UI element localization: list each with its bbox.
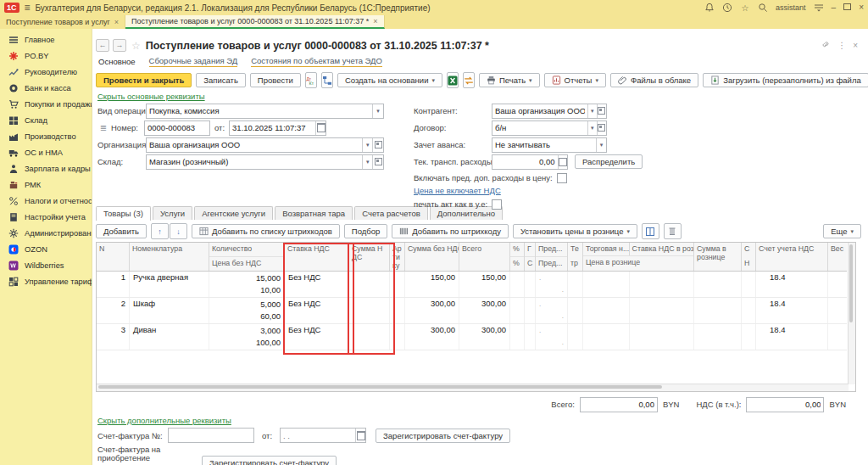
sidebar-item[interactable]: PO.BY <box>0 48 92 64</box>
cell-vat-sum[interactable] <box>349 324 390 350</box>
cell-vat-rate[interactable]: Без НДС <box>285 324 349 350</box>
cell-g[interactable] <box>525 272 536 297</box>
contract-field[interactable]: ▾ <box>492 120 607 136</box>
sidebar-item[interactable]: Руководителю <box>0 64 92 80</box>
advance-offset-field[interactable]: ▾ <box>492 137 607 153</box>
cell-weight[interactable] <box>828 324 847 350</box>
load-from-file-button[interactable]: Загрузить (перезаполнить) из файла <box>703 73 868 87</box>
cell-g[interactable] <box>525 324 536 350</box>
sidebar-item[interactable]: Налоги и отчетность <box>0 193 92 209</box>
number-settings-icon[interactable]: ≣ <box>97 122 109 134</box>
dropdown-arrow-icon[interactable]: ▾ <box>596 138 606 152</box>
cloud-files-button[interactable]: Файлы в облаке <box>610 73 698 87</box>
cell-vat-account[interactable]: 18.4 <box>756 324 828 350</box>
cell-g[interactable] <box>525 298 536 323</box>
calendar-icon[interactable] <box>355 429 365 442</box>
back-button[interactable]: ← <box>96 39 109 52</box>
cell-pct[interactable] <box>510 324 525 350</box>
minimize-button[interactable]: – <box>832 3 837 12</box>
form-nav-link[interactable]: Сборочные задания ЭД <box>149 56 238 67</box>
sidebar-item[interactable]: Зарплата и кадры <box>0 160 92 176</box>
sidebar-item[interactable]: РМК <box>0 176 92 193</box>
distribute-button[interactable]: Распределить <box>575 154 643 169</box>
sidebar-item[interactable]: Управление тарифом <box>0 273 92 289</box>
cell-vat-account[interactable]: 18.4 <box>756 298 828 323</box>
operation-type-field[interactable]: ▾ <box>146 104 384 119</box>
cell-tetr[interactable] <box>568 298 583 323</box>
tab-close-icon[interactable]: × <box>373 17 377 25</box>
cell-pred[interactable]: . . <box>536 298 568 323</box>
cell-quantity-price[interactable]: 15,000 10,00 <box>209 272 285 297</box>
include-expenses-checkbox[interactable] <box>557 173 567 183</box>
number-field[interactable] <box>144 120 210 136</box>
move-down-icon[interactable]: ↓ <box>170 223 187 239</box>
add-by-barcode-button[interactable]: Добавить по штрихкоду <box>392 224 509 238</box>
transport-costs-field[interactable] <box>492 154 568 170</box>
hide-main-requisites-link[interactable]: Скрыть основные реквизиты <box>97 92 205 101</box>
document-structure-icon[interactable] <box>321 72 333 88</box>
posting-results-icon[interactable]: ДтКт <box>305 72 317 88</box>
restore-button[interactable] <box>843 3 851 12</box>
invoice-date-field[interactable] <box>280 428 366 443</box>
cell-total[interactable]: 150,00 <box>459 272 510 297</box>
add-by-barcode-list-button[interactable]: Добавить по списку штрихкодов <box>192 224 340 238</box>
cell-vat-rate[interactable]: Без НДС <box>285 298 349 323</box>
cell-total[interactable]: 300,00 <box>459 298 510 323</box>
cell-articul[interactable] <box>390 272 405 297</box>
current-user-name[interactable]: assistant <box>776 3 806 12</box>
post-button[interactable]: Провести <box>250 73 301 87</box>
open-item-icon[interactable] <box>597 121 606 135</box>
move-up-icon[interactable]: ↑ <box>151 223 169 239</box>
cell-tetr[interactable] <box>568 272 583 297</box>
cell-weight[interactable] <box>828 272 847 297</box>
cell-trade-markup[interactable] <box>583 324 630 350</box>
vertical-scrollbar[interactable] <box>848 243 855 384</box>
more-menu-icon[interactable]: ⋮ <box>837 41 846 50</box>
cell-sum-no-vat[interactable]: 300,00 <box>405 324 459 350</box>
cell-vat-sum[interactable] <box>349 272 390 297</box>
calculator-icon[interactable] <box>558 155 567 169</box>
filter-settings-icon[interactable] <box>664 223 682 239</box>
cell-pct[interactable] <box>510 272 525 297</box>
sidebar-item[interactable]: Покупки и продажи <box>0 96 92 112</box>
get-link-icon[interactable] <box>821 40 831 51</box>
save-button[interactable]: Записать <box>196 73 246 87</box>
register-invoice-button[interactable]: Зарегистрировать счет-фактуру <box>376 429 510 443</box>
cell-retail-sum[interactable] <box>694 272 742 297</box>
cell-vat-account[interactable]: 18.4 <box>756 272 828 297</box>
sidebar-item[interactable]: OZON <box>0 241 92 257</box>
open-item-icon[interactable] <box>372 138 383 152</box>
open-window-tab[interactable]: Поступление товаров и услуг × <box>0 15 125 29</box>
cell-pct[interactable] <box>510 298 525 323</box>
form-nav-link[interactable]: Основное <box>98 57 136 67</box>
notifications-bell-icon[interactable] <box>704 3 715 13</box>
open-item-icon[interactable] <box>372 155 383 169</box>
search-icon[interactable] <box>758 3 768 13</box>
price-without-vat-link[interactable]: Цена не включает НДС <box>414 186 501 195</box>
vat-total-field[interactable] <box>746 397 824 412</box>
cell-vat-sum[interactable] <box>349 298 390 323</box>
hamburger-menu-icon[interactable]: ≡ <box>25 3 31 13</box>
cell-n[interactable]: 3 <box>97 324 130 350</box>
cell-sn[interactable] <box>742 298 756 323</box>
history-clock-icon[interactable] <box>722 3 732 13</box>
cell-weight[interactable] <box>828 298 847 323</box>
items-more-button[interactable]: Еще▾ <box>823 224 861 238</box>
invoice-number-field[interactable] <box>168 428 254 443</box>
counterparty-field[interactable]: ▾ <box>492 104 607 119</box>
items-tab[interactable]: Услуги <box>153 206 192 220</box>
sidebar-item[interactable]: Настройки учета <box>0 209 92 225</box>
excel-export-icon[interactable] <box>447 72 459 88</box>
print-act-checkbox[interactable] <box>492 199 502 210</box>
dropdown-arrow-icon[interactable]: ▾ <box>372 104 383 118</box>
favorites-star-icon[interactable]: ☆ <box>740 3 750 13</box>
cell-articul[interactable] <box>390 324 405 350</box>
sidebar-item[interactable]: Администрирование <box>0 225 92 241</box>
create-based-on-button[interactable]: Создать на основании▾ <box>337 73 442 87</box>
cell-retail-sum[interactable] <box>694 324 742 350</box>
tab-close-icon[interactable]: × <box>114 18 119 26</box>
cell-retail-sum[interactable] <box>694 298 742 323</box>
cell-vat-rate-retail[interactable] <box>630 324 694 350</box>
date-field[interactable] <box>229 120 326 136</box>
hide-extra-requisites-link[interactable]: Скрыть дополнительные реквизиты <box>97 416 231 425</box>
